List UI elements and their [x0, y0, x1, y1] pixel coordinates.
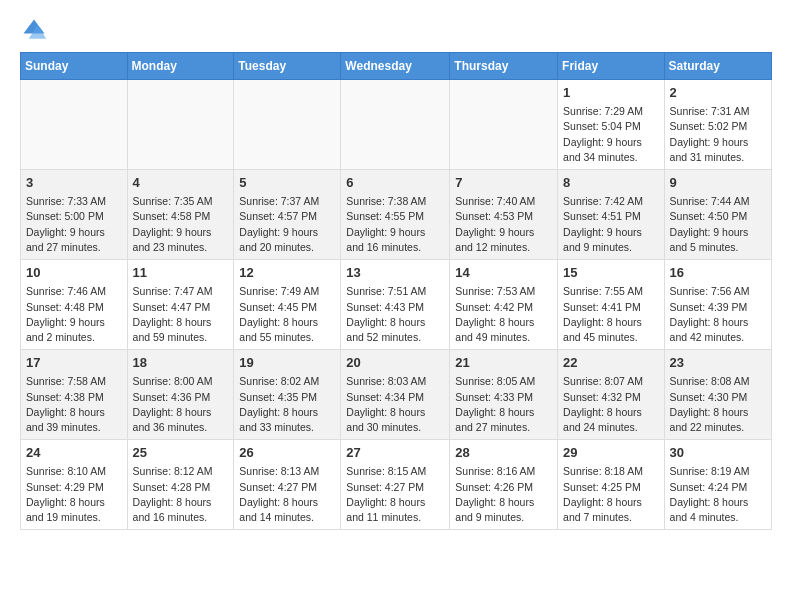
day-info: Sunrise: 7:49 AM Sunset: 4:45 PM Dayligh…: [239, 285, 319, 343]
calendar-cell: 9Sunrise: 7:44 AM Sunset: 4:50 PM Daylig…: [664, 170, 771, 260]
calendar-week-row: 17Sunrise: 7:58 AM Sunset: 4:38 PM Dayli…: [21, 350, 772, 440]
day-number: 10: [26, 264, 122, 282]
weekday-header-friday: Friday: [558, 53, 665, 80]
day-number: 27: [346, 444, 444, 462]
calendar-cell: 16Sunrise: 7:56 AM Sunset: 4:39 PM Dayli…: [664, 260, 771, 350]
day-number: 29: [563, 444, 659, 462]
day-number: 24: [26, 444, 122, 462]
day-info: Sunrise: 8:18 AM Sunset: 4:25 PM Dayligh…: [563, 465, 643, 523]
day-info: Sunrise: 7:35 AM Sunset: 4:58 PM Dayligh…: [133, 195, 213, 253]
day-number: 9: [670, 174, 766, 192]
logo: [20, 16, 52, 44]
weekday-header-wednesday: Wednesday: [341, 53, 450, 80]
day-info: Sunrise: 8:12 AM Sunset: 4:28 PM Dayligh…: [133, 465, 213, 523]
calendar-cell: [127, 80, 234, 170]
calendar-cell: 20Sunrise: 8:03 AM Sunset: 4:34 PM Dayli…: [341, 350, 450, 440]
logo-icon: [20, 16, 48, 44]
page-header: [20, 16, 772, 44]
day-info: Sunrise: 7:46 AM Sunset: 4:48 PM Dayligh…: [26, 285, 106, 343]
day-info: Sunrise: 8:00 AM Sunset: 4:36 PM Dayligh…: [133, 375, 213, 433]
day-number: 23: [670, 354, 766, 372]
day-number: 21: [455, 354, 552, 372]
calendar-cell: [21, 80, 128, 170]
weekday-header-sunday: Sunday: [21, 53, 128, 80]
calendar-table: SundayMondayTuesdayWednesdayThursdayFrid…: [20, 52, 772, 530]
day-info: Sunrise: 8:13 AM Sunset: 4:27 PM Dayligh…: [239, 465, 319, 523]
day-number: 3: [26, 174, 122, 192]
calendar-cell: 6Sunrise: 7:38 AM Sunset: 4:55 PM Daylig…: [341, 170, 450, 260]
day-number: 4: [133, 174, 229, 192]
calendar-cell: 2Sunrise: 7:31 AM Sunset: 5:02 PM Daylig…: [664, 80, 771, 170]
day-info: Sunrise: 7:38 AM Sunset: 4:55 PM Dayligh…: [346, 195, 426, 253]
calendar-cell: 3Sunrise: 7:33 AM Sunset: 5:00 PM Daylig…: [21, 170, 128, 260]
calendar-cell: 27Sunrise: 8:15 AM Sunset: 4:27 PM Dayli…: [341, 440, 450, 530]
day-number: 18: [133, 354, 229, 372]
day-info: Sunrise: 7:31 AM Sunset: 5:02 PM Dayligh…: [670, 105, 750, 163]
day-info: Sunrise: 7:44 AM Sunset: 4:50 PM Dayligh…: [670, 195, 750, 253]
day-info: Sunrise: 8:19 AM Sunset: 4:24 PM Dayligh…: [670, 465, 750, 523]
day-info: Sunrise: 8:05 AM Sunset: 4:33 PM Dayligh…: [455, 375, 535, 433]
calendar-cell: 25Sunrise: 8:12 AM Sunset: 4:28 PM Dayli…: [127, 440, 234, 530]
day-info: Sunrise: 7:58 AM Sunset: 4:38 PM Dayligh…: [26, 375, 106, 433]
day-number: 20: [346, 354, 444, 372]
calendar-cell: 18Sunrise: 8:00 AM Sunset: 4:36 PM Dayli…: [127, 350, 234, 440]
day-number: 6: [346, 174, 444, 192]
weekday-header-row: SundayMondayTuesdayWednesdayThursdayFrid…: [21, 53, 772, 80]
day-number: 17: [26, 354, 122, 372]
calendar-cell: 22Sunrise: 8:07 AM Sunset: 4:32 PM Dayli…: [558, 350, 665, 440]
calendar-cell: [341, 80, 450, 170]
calendar-week-row: 3Sunrise: 7:33 AM Sunset: 5:00 PM Daylig…: [21, 170, 772, 260]
day-info: Sunrise: 7:55 AM Sunset: 4:41 PM Dayligh…: [563, 285, 643, 343]
day-info: Sunrise: 8:07 AM Sunset: 4:32 PM Dayligh…: [563, 375, 643, 433]
day-number: 13: [346, 264, 444, 282]
day-number: 19: [239, 354, 335, 372]
weekday-header-saturday: Saturday: [664, 53, 771, 80]
calendar-cell: [450, 80, 558, 170]
day-number: 5: [239, 174, 335, 192]
calendar-cell: 12Sunrise: 7:49 AM Sunset: 4:45 PM Dayli…: [234, 260, 341, 350]
calendar-cell: 17Sunrise: 7:58 AM Sunset: 4:38 PM Dayli…: [21, 350, 128, 440]
calendar-cell: 24Sunrise: 8:10 AM Sunset: 4:29 PM Dayli…: [21, 440, 128, 530]
calendar-cell: 28Sunrise: 8:16 AM Sunset: 4:26 PM Dayli…: [450, 440, 558, 530]
day-number: 30: [670, 444, 766, 462]
day-number: 7: [455, 174, 552, 192]
day-info: Sunrise: 7:47 AM Sunset: 4:47 PM Dayligh…: [133, 285, 213, 343]
weekday-header-tuesday: Tuesday: [234, 53, 341, 80]
calendar-cell: 26Sunrise: 8:13 AM Sunset: 4:27 PM Dayli…: [234, 440, 341, 530]
calendar-cell: 13Sunrise: 7:51 AM Sunset: 4:43 PM Dayli…: [341, 260, 450, 350]
calendar-week-row: 10Sunrise: 7:46 AM Sunset: 4:48 PM Dayli…: [21, 260, 772, 350]
day-number: 25: [133, 444, 229, 462]
calendar-cell: 19Sunrise: 8:02 AM Sunset: 4:35 PM Dayli…: [234, 350, 341, 440]
day-info: Sunrise: 7:56 AM Sunset: 4:39 PM Dayligh…: [670, 285, 750, 343]
day-info: Sunrise: 8:03 AM Sunset: 4:34 PM Dayligh…: [346, 375, 426, 433]
day-info: Sunrise: 8:16 AM Sunset: 4:26 PM Dayligh…: [455, 465, 535, 523]
day-number: 11: [133, 264, 229, 282]
day-info: Sunrise: 7:42 AM Sunset: 4:51 PM Dayligh…: [563, 195, 643, 253]
calendar-cell: 8Sunrise: 7:42 AM Sunset: 4:51 PM Daylig…: [558, 170, 665, 260]
day-info: Sunrise: 7:53 AM Sunset: 4:42 PM Dayligh…: [455, 285, 535, 343]
day-info: Sunrise: 8:08 AM Sunset: 4:30 PM Dayligh…: [670, 375, 750, 433]
calendar-cell: 5Sunrise: 7:37 AM Sunset: 4:57 PM Daylig…: [234, 170, 341, 260]
calendar-cell: 10Sunrise: 7:46 AM Sunset: 4:48 PM Dayli…: [21, 260, 128, 350]
day-number: 22: [563, 354, 659, 372]
day-number: 2: [670, 84, 766, 102]
calendar-week-row: 24Sunrise: 8:10 AM Sunset: 4:29 PM Dayli…: [21, 440, 772, 530]
day-info: Sunrise: 7:33 AM Sunset: 5:00 PM Dayligh…: [26, 195, 106, 253]
day-info: Sunrise: 7:29 AM Sunset: 5:04 PM Dayligh…: [563, 105, 643, 163]
day-number: 12: [239, 264, 335, 282]
day-info: Sunrise: 7:51 AM Sunset: 4:43 PM Dayligh…: [346, 285, 426, 343]
calendar-week-row: 1Sunrise: 7:29 AM Sunset: 5:04 PM Daylig…: [21, 80, 772, 170]
calendar-cell: 29Sunrise: 8:18 AM Sunset: 4:25 PM Dayli…: [558, 440, 665, 530]
calendar-cell: 30Sunrise: 8:19 AM Sunset: 4:24 PM Dayli…: [664, 440, 771, 530]
day-number: 14: [455, 264, 552, 282]
calendar-cell: 7Sunrise: 7:40 AM Sunset: 4:53 PM Daylig…: [450, 170, 558, 260]
day-info: Sunrise: 8:02 AM Sunset: 4:35 PM Dayligh…: [239, 375, 319, 433]
weekday-header-thursday: Thursday: [450, 53, 558, 80]
weekday-header-monday: Monday: [127, 53, 234, 80]
day-info: Sunrise: 7:37 AM Sunset: 4:57 PM Dayligh…: [239, 195, 319, 253]
day-info: Sunrise: 7:40 AM Sunset: 4:53 PM Dayligh…: [455, 195, 535, 253]
calendar-cell: 1Sunrise: 7:29 AM Sunset: 5:04 PM Daylig…: [558, 80, 665, 170]
day-info: Sunrise: 8:10 AM Sunset: 4:29 PM Dayligh…: [26, 465, 106, 523]
calendar-cell: 23Sunrise: 8:08 AM Sunset: 4:30 PM Dayli…: [664, 350, 771, 440]
calendar-cell: 11Sunrise: 7:47 AM Sunset: 4:47 PM Dayli…: [127, 260, 234, 350]
